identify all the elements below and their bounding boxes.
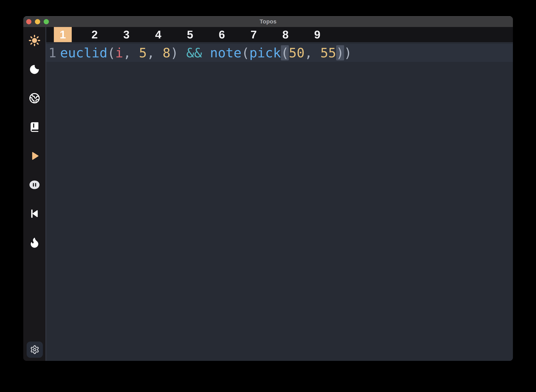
code-token: (	[107, 45, 115, 61]
code-token: (	[241, 45, 249, 61]
docs-button[interactable]	[29, 121, 40, 133]
theme-light-button[interactable]	[29, 35, 40, 46]
pause-icon	[29, 179, 40, 191]
app-window: Topos	[23, 16, 513, 361]
code-token: 50	[289, 45, 305, 61]
tab-4[interactable]: 4	[149, 27, 167, 42]
code-token: i	[115, 45, 123, 61]
tab-7[interactable]: 7	[245, 27, 263, 42]
code-token: &&	[178, 45, 210, 61]
tab-3[interactable]: 3	[117, 27, 135, 42]
code-token: 55	[321, 45, 336, 61]
book-icon	[29, 121, 40, 133]
zoom-button[interactable]	[44, 19, 49, 24]
code-token: euclid	[60, 45, 107, 61]
minimize-button[interactable]	[35, 19, 40, 24]
traffic-lights	[26, 19, 49, 24]
code-token: note	[210, 45, 242, 61]
code-token: 5	[139, 45, 147, 61]
tab-5[interactable]: 5	[181, 27, 199, 42]
globe-button[interactable]	[29, 92, 40, 104]
code-token: ,	[305, 45, 321, 61]
code-editor[interactable]: 1 euclid(i, 5, 8) && note(pick(50, 55))	[46, 42, 513, 361]
globe-icon	[29, 92, 40, 104]
pause-button[interactable]	[29, 179, 40, 191]
window-title: Topos	[260, 19, 277, 25]
play-icon	[29, 150, 40, 162]
close-button[interactable]	[26, 19, 31, 24]
code-line-content: euclid(i, 5, 8) && note(pick(50, 55))	[60, 44, 352, 62]
flame-button[interactable]	[29, 237, 40, 248]
code-token: pick	[249, 45, 281, 61]
play-button[interactable]	[29, 150, 40, 162]
rewind-button[interactable]	[29, 208, 40, 219]
code-token: )	[344, 45, 352, 61]
tab-2[interactable]: 2	[86, 27, 104, 42]
code-token: ,	[123, 45, 139, 61]
tab-9[interactable]: 9	[308, 27, 326, 42]
sidebar	[23, 27, 46, 361]
code-token: 8	[163, 45, 171, 61]
code-token: )	[336, 45, 344, 61]
tab-6[interactable]: 6	[213, 27, 231, 42]
tab-8[interactable]: 8	[277, 27, 294, 42]
sun-icon	[29, 35, 40, 46]
gear-icon	[30, 345, 39, 355]
tab-bar: 123456789	[46, 27, 513, 42]
titlebar: Topos	[23, 16, 513, 27]
skip-back-icon	[29, 208, 40, 219]
line-number: 1	[48, 44, 56, 62]
moon-icon	[29, 64, 40, 75]
code-line[interactable]: 1 euclid(i, 5, 8) && note(pick(50, 55))	[46, 44, 513, 62]
code-token: )	[171, 45, 178, 61]
flame-icon	[29, 237, 40, 248]
settings-button[interactable]	[27, 341, 43, 358]
tab-1[interactable]: 1	[54, 27, 72, 42]
code-token: (	[281, 45, 289, 61]
theme-dark-button[interactable]	[29, 64, 40, 75]
code-token: ,	[147, 45, 163, 61]
